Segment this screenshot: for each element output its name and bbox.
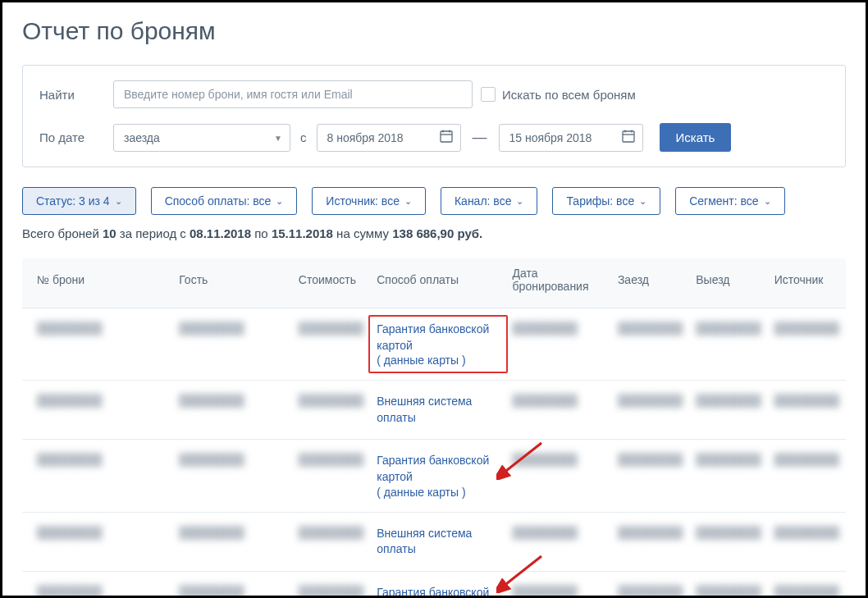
filter-source[interactable]: Источник: все ⌄ [312, 187, 426, 215]
col-booking-no[interactable]: № брони [22, 258, 172, 308]
from-separator: с [300, 130, 307, 144]
redacted-text: ████████ [774, 322, 839, 335]
redacted-text: ████████ [179, 585, 244, 598]
bookings-table: № брони Гость Стоимость Способ оплаты Да… [22, 258, 846, 598]
col-cost[interactable]: Стоимость [292, 258, 370, 308]
search-input[interactable] [113, 80, 473, 108]
chevron-down-icon: ⌄ [276, 196, 283, 207]
filter-rates[interactable]: Тарифы: все ⌄ [552, 187, 660, 215]
chevron-down-icon: ⌄ [115, 196, 122, 207]
redacted-text: ████████ [774, 453, 839, 466]
filter-channel[interactable]: Канал: все ⌄ [441, 187, 537, 215]
calendar-icon[interactable] [440, 130, 453, 146]
redacted-text: ████████ [618, 526, 683, 539]
redacted-text: ████████ [696, 322, 761, 335]
redacted-text: ████████ [37, 585, 102, 598]
redacted-text: ████████ [696, 453, 761, 466]
redacted-text: ████████ [299, 322, 363, 335]
redacted-text: ████████ [618, 585, 683, 598]
redacted-text: ████████ [696, 394, 761, 407]
col-checkin[interactable]: Заезд [611, 258, 689, 308]
table-row[interactable]: ████████████████████████Внешняя система … [22, 381, 846, 440]
filter-status[interactable]: Статус: 3 из 4 ⌄ [22, 187, 136, 215]
payment-method-text: Гарантия банковской картой [377, 453, 499, 485]
filters-bar: Статус: 3 из 4 ⌄ Способ оплаты: все ⌄ Ис… [22, 187, 846, 215]
redacted-text: ████████ [299, 453, 363, 466]
redacted-text: ████████ [299, 585, 363, 598]
annotation-arrow-icon [496, 439, 546, 480]
filter-payment-label: Способ оплаты: все [165, 194, 272, 208]
svg-line-9 [503, 443, 541, 473]
search-button[interactable]: Искать [660, 123, 732, 152]
chevron-down-icon: ⌄ [516, 196, 523, 207]
page-title: Отчет по броням [22, 17, 846, 45]
redacted-text: ████████ [696, 526, 761, 539]
table-row[interactable]: ████████████████████████Гарантия банковс… [22, 571, 846, 598]
redacted-text: ████████ [618, 394, 683, 407]
redacted-text: ████████ [179, 526, 244, 539]
redacted-text: ████████ [774, 526, 839, 539]
col-guest[interactable]: Гость [172, 258, 292, 308]
redacted-text: ████████ [513, 322, 578, 335]
redacted-text: ████████ [37, 526, 102, 539]
redacted-text: ████████ [618, 322, 683, 335]
filter-source-label: Источник: все [326, 194, 400, 208]
col-payment[interactable]: Способ оплаты [370, 258, 505, 308]
find-label: Найти [39, 88, 113, 102]
date-dash: — [473, 129, 487, 146]
card-data-link[interactable]: ( данные карты ) [377, 354, 499, 367]
svg-rect-4 [623, 131, 634, 142]
table-row[interactable]: ████████████████████████Гарантия банковс… [22, 440, 846, 512]
payment-method-text: Внешняя система оплаты [377, 526, 499, 558]
chevron-down-icon: ⌄ [764, 196, 771, 207]
filter-payment[interactable]: Способ оплаты: все ⌄ [151, 187, 298, 215]
redacted-text: ████████ [179, 322, 244, 335]
redacted-text: ████████ [37, 322, 102, 335]
redacted-text: ████████ [37, 453, 102, 466]
chevron-down-icon: ⌄ [404, 196, 412, 207]
payment-method-text: Гарантия банковской картой [377, 585, 499, 598]
chevron-down-icon: ⌄ [639, 196, 646, 207]
payment-method-text: Гарантия банковской картой [377, 322, 499, 354]
summary-line: Всего броней 10 за период с 08.11.2018 п… [22, 226, 846, 240]
filter-status-label: Статус: 3 из 4 [36, 194, 110, 208]
annotation-arrow-icon [496, 552, 546, 593]
table-row[interactable]: ████████████████████████Гарантия банковс… [22, 308, 846, 381]
search-all-checkbox[interactable] [481, 87, 496, 102]
redacted-text: ████████ [618, 453, 683, 466]
col-source[interactable]: Источник [768, 258, 846, 308]
filter-segment-label: Сегмент: все [689, 194, 758, 208]
table-row[interactable]: ████████████████████████Внешняя система … [22, 512, 846, 571]
redacted-text: ████████ [774, 394, 839, 407]
redacted-text: ████████ [513, 526, 578, 539]
svg-rect-0 [441, 131, 452, 142]
redacted-text: ████████ [774, 585, 839, 598]
redacted-text: ████████ [696, 585, 761, 598]
payment-method-text: Внешняя система оплаты [377, 394, 499, 426]
date-type-select[interactable]: заезда [113, 124, 290, 152]
redacted-text: ████████ [179, 394, 244, 407]
col-checkout[interactable]: Выезд [689, 258, 767, 308]
search-all-label: Искать по всем броням [502, 88, 636, 102]
filter-segment[interactable]: Сегмент: все ⌄ [675, 187, 784, 215]
filter-rates-label: Тарифы: все [566, 194, 634, 208]
calendar-icon[interactable] [622, 130, 635, 146]
redacted-text: ████████ [513, 394, 578, 407]
card-data-link[interactable]: ( данные карты ) [377, 486, 499, 499]
redacted-text: ████████ [37, 394, 102, 407]
by-date-label: По дате [39, 130, 113, 144]
redacted-text: ████████ [179, 453, 244, 466]
redacted-text: ████████ [299, 394, 363, 407]
filter-channel-label: Канал: все [455, 194, 511, 208]
search-panel: Найти Искать по всем броням По дате заез… [22, 65, 846, 167]
svg-line-11 [503, 556, 541, 587]
redacted-text: ████████ [299, 526, 363, 539]
col-booking-date[interactable]: Дата бронирования [506, 258, 611, 308]
